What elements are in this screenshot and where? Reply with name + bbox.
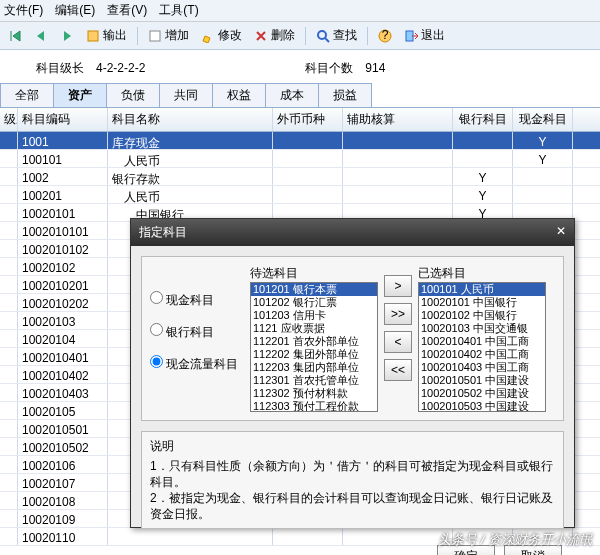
selected-listbox[interactable]: 100101 人民币10020101 中国银行10020102 中国银行1002… (418, 282, 546, 412)
list-item[interactable]: 10020103 中国交通银 (419, 322, 545, 335)
col-bank: 银行科目 (453, 108, 513, 131)
table-row[interactable]: 1002银行存款Y (0, 168, 600, 186)
opt-flow[interactable]: 现金流量科目 (150, 355, 240, 373)
svg-point-2 (318, 31, 326, 39)
list-item[interactable]: 112201 首农外部单位 (251, 335, 377, 348)
list-item[interactable]: 1002010401 中国工商 (419, 335, 545, 348)
col-name: 科目名称 (108, 108, 273, 131)
tab-6[interactable]: 损益 (318, 83, 372, 107)
tab-5[interactable]: 成本 (265, 83, 319, 107)
list-item[interactable]: 1002010403 中国工商 (419, 361, 545, 374)
menu-edit[interactable]: 编辑(E) (55, 2, 95, 19)
move-all-left-button[interactable]: << (384, 359, 412, 381)
list-item[interactable]: 112302 预付材料款 (251, 387, 377, 400)
table-row[interactable]: 100101 人民币Y (0, 150, 600, 168)
dialog-title: 指定科目 (139, 224, 187, 241)
list-item[interactable]: 10020101 中国银行 (419, 296, 545, 309)
tab-0[interactable]: 全部 (0, 83, 54, 107)
list-item[interactable]: 112202 集团外部单位 (251, 348, 377, 361)
right-list-head: 已选科目 (418, 265, 546, 282)
tab-2[interactable]: 负债 (106, 83, 160, 107)
svg-rect-1 (150, 31, 160, 41)
list-item[interactable]: 100101 人民币 (419, 283, 545, 296)
edit-button[interactable]: 修改 (197, 25, 246, 46)
type-options: 现金科目 银行科目 现金流量科目 (150, 265, 240, 387)
nav-next[interactable] (56, 27, 78, 45)
assign-subject-dialog: 指定科目 ✕ 现金科目 银行科目 现金流量科目 待选科目 101201 银行本票… (130, 218, 575, 528)
list-item[interactable]: 101201 银行本票 (251, 283, 377, 296)
move-right-button[interactable]: > (384, 275, 412, 297)
list-item[interactable]: 10020102 中国银行 (419, 309, 545, 322)
help-button[interactable]: ? (374, 27, 396, 45)
list-item[interactable]: 1002010501 中国建设 (419, 374, 545, 387)
list-item[interactable]: 101203 信用卡 (251, 309, 377, 322)
list-item[interactable]: 101202 银行汇票 (251, 296, 377, 309)
svg-rect-5 (406, 31, 413, 41)
menu-view[interactable]: 查看(V) (107, 2, 147, 19)
menu-file[interactable]: 文件(F) (4, 2, 43, 19)
col-code: 科目编码 (18, 108, 108, 131)
dialog-titlebar: 指定科目 ✕ (131, 219, 574, 246)
watermark: 头条号 / 资深财务开小流氓 (438, 531, 592, 549)
close-icon[interactable]: ✕ (556, 224, 566, 241)
output-button[interactable]: 输出 (82, 25, 131, 46)
exit-button[interactable]: 退出 (400, 25, 449, 46)
col-currency: 外币币种 (273, 108, 343, 131)
tab-3[interactable]: 共同 (159, 83, 213, 107)
svg-rect-0 (88, 31, 98, 41)
list-item[interactable]: 112301 首农托管单位 (251, 374, 377, 387)
list-item[interactable]: 1121 应收票据 (251, 322, 377, 335)
list-item[interactable]: 1002010502 中国建设 (419, 387, 545, 400)
col-aux: 辅助核算 (343, 108, 453, 131)
tab-1[interactable]: 资产 (53, 83, 107, 107)
list-item[interactable]: 1002010402 中国工商 (419, 348, 545, 361)
find-button[interactable]: 查找 (312, 25, 361, 46)
opt-cash[interactable]: 现金科目 (150, 291, 240, 309)
nav-prev[interactable] (30, 27, 52, 45)
menu-tools[interactable]: 工具(T) (159, 2, 198, 19)
toolbar: 输出 增加 修改 删除 查找 ? 退出 (0, 22, 600, 50)
col-level: 级次 (0, 108, 18, 131)
nav-first[interactable] (4, 27, 26, 45)
move-left-button[interactable]: < (384, 331, 412, 353)
move-all-right-button[interactable]: >> (384, 303, 412, 325)
description-panel: 说明 1．只有科目性质（余额方向）为＇借方＇的科目可被指定为现金科目或银行科目。… (141, 431, 564, 529)
list-item[interactable]: 112303 预付工程价款 (251, 400, 377, 412)
opt-bank[interactable]: 银行科目 (150, 323, 240, 341)
grid-header: 级次 科目编码 科目名称 外币币种 辅助核算 银行科目 现金科目 (0, 108, 600, 132)
candidate-listbox[interactable]: 101201 银行本票101202 银行汇票101203 信用卡1121 应收票… (250, 282, 378, 412)
table-row[interactable]: 100201 人民币Y (0, 186, 600, 204)
delete-button[interactable]: 删除 (250, 25, 299, 46)
add-button[interactable]: 增加 (144, 25, 193, 46)
list-item[interactable]: 1002010503 中国建设 (419, 400, 545, 412)
category-tabs: 全部资产负债共同权益成本损益 (0, 83, 600, 108)
svg-text:?: ? (382, 29, 389, 42)
info-bar: 科目级长 4-2-2-2-2 科目个数 914 (0, 50, 600, 83)
col-cash: 现金科目 (513, 108, 573, 131)
table-row[interactable]: 1001库存现金Y (0, 132, 600, 150)
list-item[interactable]: 112203 集团内部单位 (251, 361, 377, 374)
menubar: 文件(F) 编辑(E) 查看(V) 工具(T) (0, 0, 600, 22)
tab-4[interactable]: 权益 (212, 83, 266, 107)
left-list-head: 待选科目 (250, 265, 378, 282)
